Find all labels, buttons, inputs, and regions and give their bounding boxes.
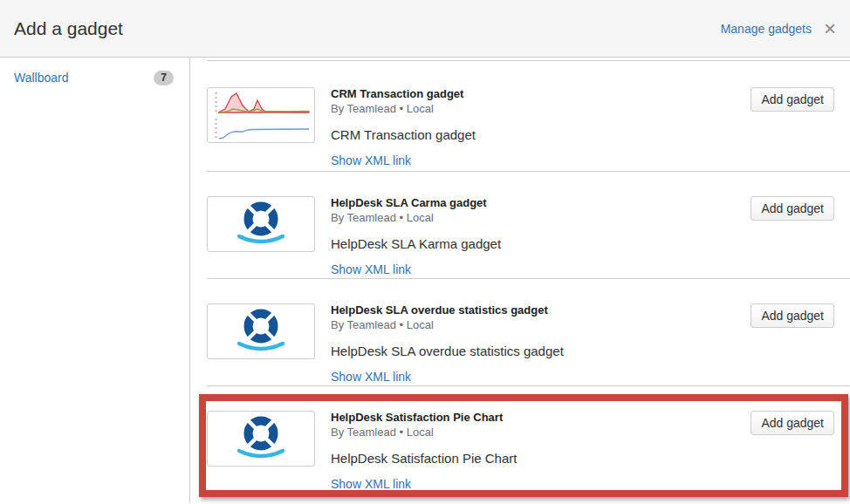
category-sidebar: Wallboard 7 — [0, 58, 190, 503]
manage-gadgets-link[interactable]: Manage gadgets — [721, 22, 812, 36]
gadget-list-item: HelpDesk SLA overdue statistics gadget B… — [207, 278, 850, 385]
sidebar-item-wallboard[interactable]: Wallboard 7 — [0, 66, 189, 89]
line-area-chart-icon — [208, 88, 314, 142]
lifesaver-icon — [208, 412, 314, 466]
gadget-list: CRM Transaction gadget By Teamlead • Loc… — [190, 58, 850, 503]
gadget-title: HelpDesk Satisfaction Pie Chart — [331, 411, 751, 425]
page-title: Add a gadget — [14, 18, 123, 39]
gadget-thumbnail — [207, 196, 315, 252]
gadget-byline: By Teamlead • Local — [331, 425, 751, 439]
dialog-header: Add a gadget Manage gadgets × — [0, 0, 850, 58]
gadget-description: HelpDesk SLA overdue statistics gadget — [331, 344, 751, 359]
sidebar-item-label: Wallboard — [14, 71, 69, 85]
gadget-list-item-highlighted: HelpDesk Satisfaction Pie Chart By Teaml… — [207, 385, 850, 493]
add-gadget-button[interactable]: Add gadget — [751, 196, 834, 221]
close-icon[interactable]: × — [824, 20, 836, 37]
show-xml-link[interactable]: Show XML link — [331, 370, 411, 384]
gadget-title: HelpDesk SLA Carma gadget — [331, 196, 751, 210]
count-badge: 7 — [154, 71, 174, 85]
add-gadget-button[interactable]: Add gadget — [751, 411, 834, 435]
gadget-description: CRM Transaction gadget — [331, 127, 751, 143]
gadget-byline: By Teamlead • Local — [331, 101, 751, 116]
crm-chart-thumbnail — [207, 87, 315, 143]
gadget-list-item: CRM Transaction gadget By Teamlead • Loc… — [207, 60, 850, 171]
gadget-title: CRM Transaction gadget — [331, 87, 751, 101]
show-xml-link[interactable]: Show XML link — [331, 477, 411, 491]
lifesaver-icon — [208, 197, 314, 251]
show-xml-link[interactable]: Show XML link — [331, 262, 411, 276]
gadget-description: HelpDesk Satisfaction Pie Chart — [331, 451, 751, 467]
add-gadget-button[interactable]: Add gadget — [751, 303, 834, 328]
lifesaver-icon — [208, 304, 314, 358]
gadget-list-item: HelpDesk SLA Carma gadget By Teamlead • … — [207, 171, 850, 278]
gadget-byline: By Teamlead • Local — [331, 317, 751, 332]
gadget-description: HelpDesk SLA Karma gadget — [331, 236, 751, 252]
gadget-title: HelpDesk SLA overdue statistics gadget — [331, 303, 751, 317]
gadget-byline: By Teamlead • Local — [331, 210, 751, 225]
show-xml-link[interactable]: Show XML link — [331, 153, 411, 167]
gadget-thumbnail — [207, 303, 315, 359]
add-gadget-button[interactable]: Add gadget — [751, 87, 834, 112]
gadget-thumbnail — [207, 411, 315, 467]
